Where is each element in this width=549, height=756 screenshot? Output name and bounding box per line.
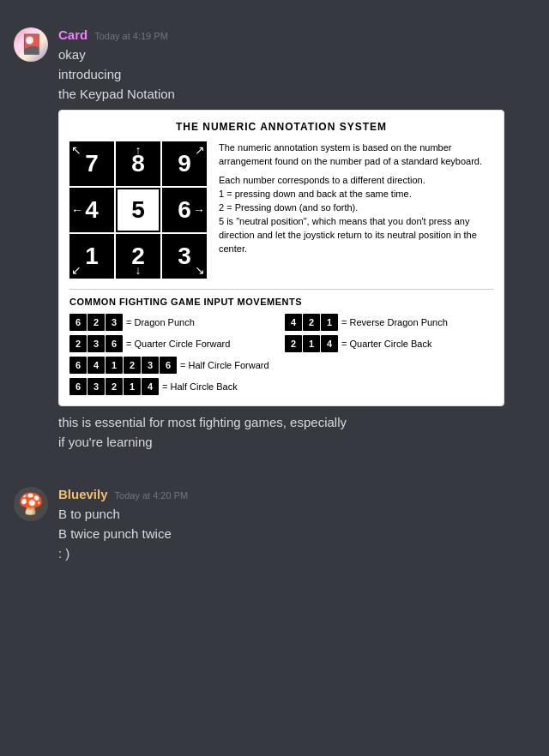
bluevily-line-1: B to punch xyxy=(58,505,535,523)
message-content-card: Card Today at 4:19 PM okay introducing t… xyxy=(58,27,535,453)
arrow-2: ↓ xyxy=(136,263,142,277)
bluevily-line-2: B twice punch twice xyxy=(58,525,535,543)
key-7: ↖ 7 xyxy=(69,141,114,186)
movement-hcb: 6 3 2 1 4 = Half Circle Back xyxy=(69,378,493,395)
message-bluevily: 🍄 Bluevily Today at 4:20 PM B to punch B… xyxy=(0,473,549,571)
key-3: ↘ 3 xyxy=(162,234,207,279)
avatar-card: 🎴 xyxy=(14,27,48,62)
message-card: 🎴 Card Today at 4:19 PM okay introducing… xyxy=(0,14,549,459)
timestamp-card: Today at 4:19 PM xyxy=(94,31,168,41)
movement-qcb: 2 1 4 = Quarter Circle Back xyxy=(285,335,493,352)
message-line-3: the Keypad Notation xyxy=(58,85,535,103)
desc-line-2: Each number corresponds to a different d… xyxy=(219,174,493,256)
arrow-7: ↖ xyxy=(71,143,81,157)
movement-dragon-punch: 6 2 3 = Dragon Punch xyxy=(69,314,278,331)
key-4: ← 4 xyxy=(69,188,114,232)
keypad-grid: ↖ 7 ↑ 8 ↗ 9 ← 4 xyxy=(69,141,207,279)
message-content-bluevily: Bluevily Today at 4:20 PM B to punch B t… xyxy=(58,487,535,564)
keypad-embed: THE NUMERIC ANNOTATION SYSTEM ↖ 7 ↑ 8 ↗ xyxy=(58,110,504,406)
movements-title: COMMON FIGHTING GAME INPUT MOVEMENTS xyxy=(69,297,493,307)
arrow-9: ↗ xyxy=(195,143,205,157)
message-header-bluevily: Bluevily Today at 4:20 PM xyxy=(58,487,535,501)
key-8: ↑ 8 xyxy=(116,141,160,186)
footer-line-2: if you're learning xyxy=(58,433,535,451)
embed-title: THE NUMERIC ANNOTATION SYSTEM xyxy=(69,121,493,133)
desc-line-1: The numeric annotation system is based o… xyxy=(219,141,493,169)
key-9: ↗ 9 xyxy=(162,141,207,186)
key-6: → 6 xyxy=(162,188,207,232)
arrow-4: ← xyxy=(71,203,83,217)
key-2: ↓ 2 xyxy=(116,234,160,279)
movement-hcf: 6 4 1 2 3 6 = Half Circle Forward xyxy=(69,357,493,374)
avatar-bluevily: 🍄 xyxy=(14,487,48,521)
arrow-8: ↑ xyxy=(136,143,142,157)
message-header-card: Card Today at 4:19 PM xyxy=(58,27,535,42)
movements-section: COMMON FIGHTING GAME INPUT MOVEMENTS 6 2… xyxy=(69,289,493,395)
message-line-1: okay xyxy=(58,45,535,63)
embed-description: The numeric annotation system is based o… xyxy=(219,141,493,279)
arrow-6: → xyxy=(193,203,205,217)
key-5: 5 xyxy=(116,188,160,232)
key-1: ↙ 1 xyxy=(69,234,114,279)
movements-grid: 6 2 3 = Dragon Punch 4 2 1 = Rever xyxy=(69,314,493,395)
username-card: Card xyxy=(58,27,87,42)
bluevily-line-3: : ) xyxy=(58,544,535,562)
embed-top-section: ↖ 7 ↑ 8 ↗ 9 ← 4 xyxy=(69,141,493,279)
username-bluevily: Bluevily xyxy=(58,487,108,501)
movement-reverse-dragon: 4 2 1 = Reverse Dragon Punch xyxy=(285,314,493,331)
arrow-1: ↙ xyxy=(71,263,81,277)
arrow-3: ↘ xyxy=(195,263,205,277)
message-line-2: introducing xyxy=(58,65,535,83)
footer-line-1: this is essential for most fighting game… xyxy=(58,413,535,431)
timestamp-bluevily: Today at 4:20 PM xyxy=(115,490,189,501)
movement-qcf: 2 3 6 = Quarter Circle Forward xyxy=(69,335,278,352)
